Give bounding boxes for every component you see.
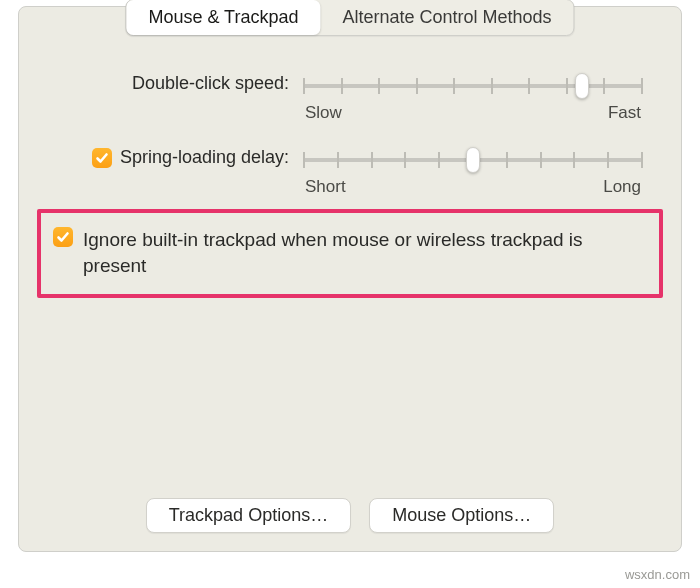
tab-bar: Mouse & Trackpad Alternate Control Metho… xyxy=(125,0,574,36)
trackpad-options-button[interactable]: Trackpad Options… xyxy=(146,498,351,533)
spring-loading-checkbox[interactable] xyxy=(92,148,112,168)
double-click-range-labels: Slow Fast xyxy=(303,103,643,123)
settings-panel: Mouse & Trackpad Alternate Control Metho… xyxy=(18,6,682,552)
ignore-trackpad-row: Ignore built-in trackpad when mouse or w… xyxy=(37,209,663,298)
tab-alternate-control[interactable]: Alternate Control Methods xyxy=(320,0,573,35)
spring-loading-min-label: Short xyxy=(305,177,346,197)
spring-loading-slider[interactable] xyxy=(303,149,643,171)
watermark: wsxdn.com xyxy=(625,567,690,582)
double-click-slider[interactable] xyxy=(303,75,643,97)
slider-thumb[interactable] xyxy=(466,147,480,173)
double-click-label: Double-click speed: xyxy=(45,67,303,94)
slider-thumb[interactable] xyxy=(575,73,589,99)
slider-ticks xyxy=(303,78,643,94)
double-click-row: Double-click speed: Slow Fast xyxy=(45,67,655,123)
spring-loading-slider-col: Short Long xyxy=(303,141,655,197)
double-click-label-text: Double-click speed: xyxy=(132,73,289,94)
tab-mouse-trackpad[interactable]: Mouse & Trackpad xyxy=(126,0,320,35)
footer-buttons: Trackpad Options… Mouse Options… xyxy=(19,498,681,533)
spring-loading-label-text: Spring-loading delay: xyxy=(120,147,289,168)
double-click-max-label: Fast xyxy=(608,103,641,123)
check-icon xyxy=(95,151,109,165)
settings-content: Double-click speed: Slow Fast xyxy=(19,67,681,298)
ignore-trackpad-checkbox[interactable] xyxy=(53,227,73,247)
spring-loading-row: Spring-loading delay: Short Long xyxy=(45,141,655,197)
double-click-min-label: Slow xyxy=(305,103,342,123)
check-icon xyxy=(56,230,70,244)
mouse-options-button[interactable]: Mouse Options… xyxy=(369,498,554,533)
spring-loading-max-label: Long xyxy=(603,177,641,197)
ignore-trackpad-label: Ignore built-in trackpad when mouse or w… xyxy=(83,227,603,278)
spring-loading-range-labels: Short Long xyxy=(303,177,643,197)
double-click-slider-col: Slow Fast xyxy=(303,67,655,123)
spring-loading-label: Spring-loading delay: xyxy=(45,141,303,168)
